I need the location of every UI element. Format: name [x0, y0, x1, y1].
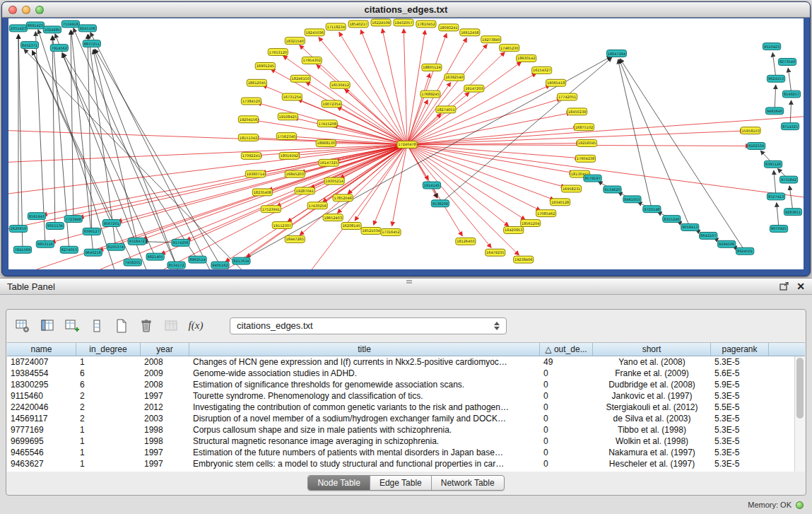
graph-node[interactable]: 8461053	[623, 196, 641, 203]
table-cell[interactable]: 0	[540, 436, 593, 447]
table-cell[interactable]: 5.3E-5	[711, 390, 769, 402]
table-cell[interactable]: 0	[540, 379, 593, 390]
graph-node[interactable]: 16875102	[574, 124, 594, 131]
graph-node[interactable]: 17523941	[261, 206, 281, 213]
graph-node[interactable]: 18235408	[252, 189, 272, 196]
graph-node[interactable]: 8962514	[189, 256, 206, 263]
table-cell[interactable]: 5.3E-5	[711, 424, 769, 436]
table-cell[interactable]: Estimation of the future numbers of pati…	[189, 447, 540, 458]
graph-node[interactable]: 8527413	[767, 193, 784, 200]
new-table-icon[interactable]	[111, 315, 132, 337]
graph-node[interactable]: 9538209	[431, 200, 449, 207]
table-cell[interactable]: Tibbo et al. (1998)	[593, 424, 711, 436]
graph-node[interactable]: 16612458	[460, 29, 480, 36]
graph-node[interactable]: 17384520	[241, 98, 261, 105]
close-window-button[interactable]	[8, 6, 17, 14]
graph-node[interactable]: 19204156	[238, 116, 258, 123]
column-header-pagerank[interactable]: pagerank	[711, 343, 769, 356]
table-cell[interactable]: Yano et al. (2008)	[593, 356, 711, 368]
column-header-out_de[interactable]: △ out_de...	[540, 343, 593, 356]
table-cell[interactable]: Investigating the contribution of common…	[189, 402, 540, 413]
table-cell[interactable]: 1997	[141, 458, 189, 469]
graph-node[interactable]: 17316452	[381, 228, 401, 235]
graph-node[interactable]: 7458201	[124, 259, 141, 266]
table-row[interactable]: 1456911722003Disruption of a novel membe…	[7, 413, 805, 424]
graph-node[interactable]: 16731254	[282, 93, 302, 100]
table-cell[interactable]: 1	[76, 458, 141, 469]
tab-edge-table[interactable]: Edge Table	[370, 476, 431, 490]
table-cell[interactable]: Hescheler et al. (1997)	[593, 458, 711, 469]
graph-node[interactable]: 18930142	[517, 55, 536, 62]
add-column-icon[interactable]	[61, 315, 83, 337]
table-row[interactable]: 1938455462009Genome-wide association stu…	[7, 368, 805, 379]
table-cell[interactable]: Structural magnetic resonance image aver…	[189, 436, 540, 447]
table-cell[interactable]: Changes of HCN gene expression and I(f) …	[189, 356, 540, 368]
column-header-in_degree[interactable]: in_degree	[76, 343, 141, 356]
graph-node[interactable]: 16208145	[341, 223, 361, 230]
table-cell[interactable]: Franke et al. (2009)	[593, 368, 711, 379]
function-builder-icon[interactable]: f(x)	[185, 315, 206, 337]
table-cell[interactable]: 5.6E-5	[711, 368, 769, 379]
graph-node[interactable]: 9624153	[767, 75, 784, 82]
graph-node[interactable]: 16479235	[486, 249, 505, 256]
graph-node[interactable]: 8149257	[782, 90, 800, 98]
graph-node[interactable]: 18151342	[238, 134, 258, 141]
graph-node[interactable]: 18612045	[247, 79, 266, 86]
graph-node[interactable]: 9720148	[643, 206, 661, 213]
graph-node[interactable]: 16647294	[606, 50, 626, 57]
table-cell[interactable]: Disruption of a novel member of a sodium…	[189, 413, 540, 424]
table-cell[interactable]: 1997	[141, 447, 189, 458]
graph-node[interactable]: 8714325	[781, 123, 799, 130]
graph-node[interactable]: 2620650	[9, 226, 27, 233]
graph-node[interactable]: 19432057	[394, 19, 413, 26]
graph-node[interactable]: 8579197	[584, 175, 601, 182]
column-header-name[interactable]: name	[7, 343, 76, 356]
graph-node[interactable]: 16901245	[255, 62, 275, 69]
graph-node[interactable]: 19112307	[272, 222, 292, 229]
graph-node[interactable]: 8642107	[700, 232, 717, 239]
table-row[interactable]: 977716911998Corpus callosum shape and si…	[7, 424, 805, 436]
graph-node[interactable]: 19287041	[295, 187, 314, 194]
graph-node[interactable]: 8534172	[167, 262, 185, 269]
table-cell[interactable]: 9699695	[7, 436, 76, 447]
column-header-title[interactable]: title	[189, 343, 540, 356]
graph-node[interactable]: 9482640	[765, 107, 783, 115]
graph-node[interactable]: 9015134	[46, 223, 64, 230]
graph-node[interactable]: 7914562	[50, 45, 68, 52]
graph-node[interactable]: 18652403	[323, 214, 343, 221]
minimize-window-button[interactable]	[22, 6, 30, 14]
graph-node[interactable]: 8315246	[663, 216, 681, 223]
graph-node[interactable]: 8452371	[20, 42, 38, 49]
graph-node[interactable]: 19072354	[322, 100, 341, 107]
table-cell[interactable]: 2	[76, 390, 141, 402]
graph-node[interactable]: 8561943	[28, 213, 45, 220]
table-row[interactable]: 969969511998Structural magnetic resonanc…	[7, 436, 805, 447]
tab-node-table[interactable]: Node Table	[308, 476, 370, 490]
table-row[interactable]: 1872400712008Changes of HCN gene express…	[7, 356, 805, 368]
graph-node[interactable]: 18019342	[279, 152, 299, 159]
graph-node[interactable]: 18561204	[521, 220, 541, 227]
graph-node[interactable]: 17562340	[276, 133, 296, 140]
table-cell[interactable]: Wolkin et al. (1998)	[593, 436, 711, 447]
column-header-short[interactable]: short	[593, 343, 711, 356]
graph-node[interactable]: 19238406	[514, 256, 534, 263]
graph-node[interactable]: 18540217	[348, 21, 368, 28]
table-cell[interactable]: Nakamura et al. (1997)	[593, 447, 711, 458]
scrollbar-thumb[interactable]	[796, 358, 804, 419]
graph-node[interactable]: 9162534	[747, 143, 765, 150]
graph-node[interactable]: 17653120	[268, 49, 288, 56]
graph-node[interactable]: 17118234	[326, 23, 346, 30]
graph-node[interactable]: 9821405	[146, 253, 164, 260]
network-view[interactable]: 1724047820514238691423102468575349189245…	[8, 18, 804, 269]
graph-node[interactable]: 9731842	[779, 176, 797, 183]
select-columns-icon[interactable]	[37, 315, 58, 337]
graph-node[interactable]: 16224509	[371, 19, 391, 26]
graph-node[interactable]: 17085462	[536, 210, 556, 217]
tab-network-table[interactable]: Network Table	[431, 476, 504, 490]
table-selector-combobox[interactable]: citations_edges.txt	[230, 317, 507, 334]
table-cell[interactable]: 18300295	[7, 379, 76, 390]
graph-node[interactable]: 19108425	[278, 113, 298, 120]
graph-node[interactable]: 16845203	[285, 170, 305, 177]
table-cell[interactable]: 5.9E-5	[711, 379, 769, 390]
table-row[interactable]: 946362711997Embryonic stem cells: a mode…	[7, 458, 805, 469]
